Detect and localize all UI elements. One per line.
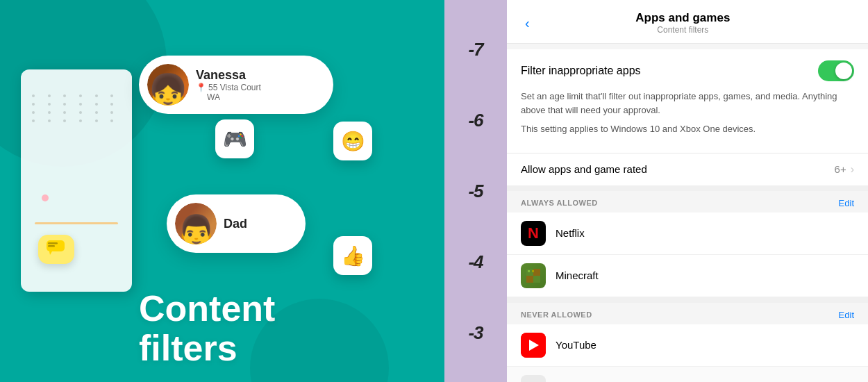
svg-rect-1 bbox=[48, 242, 58, 244]
filter-row: Filter inappropriate apps bbox=[521, 60, 854, 90]
youtube-item: YouTube bbox=[507, 324, 868, 367]
rating-row[interactable]: Allow apps and game rated 6+ › bbox=[507, 153, 868, 185]
svg-rect-2 bbox=[48, 245, 55, 247]
chevron-right-icon: › bbox=[851, 163, 854, 176]
ruler-mark-5: -5 bbox=[468, 181, 483, 202]
rating-label: Allow apps and game rated bbox=[521, 163, 647, 175]
minecraft-emoji-tile: 🎮 bbox=[215, 119, 254, 158]
dad-name: Dad bbox=[224, 217, 292, 231]
netflix-item: N Netflix bbox=[507, 213, 868, 255]
dad-avatar: 👨 bbox=[175, 203, 217, 244]
minecraft-name: Minecraft bbox=[556, 269, 599, 281]
netflix-icon: N bbox=[521, 221, 546, 246]
ruler-mark-7: -7 bbox=[468, 39, 483, 60]
netflix-name: Netflix bbox=[556, 227, 585, 239]
always-allowed-label: ALWAYS ALLOWED bbox=[521, 199, 598, 207]
filter-section: Filter inappropriate apps Set an age lim… bbox=[507, 49, 868, 153]
filter-description-2: This setting applies to Windows 10 and X… bbox=[521, 122, 854, 136]
profile-info: Vanessa 📍 55 Vista Court WA bbox=[196, 68, 319, 102]
ruler-panel: -7 -6 -5 -4 -3 bbox=[444, 0, 507, 382]
profile-state: WA bbox=[207, 92, 319, 102]
ruler-mark-6: -6 bbox=[468, 110, 483, 131]
divider-1 bbox=[507, 185, 868, 191]
divider-2 bbox=[507, 297, 868, 303]
header-text: Apps and games Content filters bbox=[542, 11, 824, 35]
dad-profile-info: Dad bbox=[224, 217, 292, 231]
ruler-mark-3: -3 bbox=[468, 322, 483, 344]
content-filters-heading: Content filters bbox=[139, 289, 275, 368]
thumbsup-emoji-tile: 👍 bbox=[333, 236, 372, 275]
extra-app-item bbox=[507, 367, 868, 383]
chat-bubble-icon bbox=[38, 235, 74, 264]
minecraft-item: Minecraft bbox=[507, 255, 868, 297]
header-title: Apps and games bbox=[542, 11, 824, 25]
always-allowed-header: ALWAYS ALLOWED Edit bbox=[507, 191, 868, 213]
filter-label: Filter inappropriate apps bbox=[521, 65, 641, 77]
filter-description-1: Set an age limit that'll filter out inap… bbox=[521, 90, 854, 117]
dot-grid bbox=[21, 83, 132, 133]
always-allowed-edit-button[interactable]: Edit bbox=[839, 198, 854, 208]
paper-card bbox=[21, 69, 132, 292]
youtube-name: YouTube bbox=[556, 339, 596, 351]
rating-number: 6+ bbox=[835, 163, 846, 175]
right-panel: ‹ Apps and games Content filters Filter … bbox=[507, 0, 868, 382]
svg-rect-9 bbox=[532, 270, 534, 272]
extra-app-icon bbox=[521, 375, 546, 383]
profile-address: 📍 55 Vista Court bbox=[196, 83, 319, 92]
vanessa-profile-card: 👧 Vanessa 📍 55 Vista Court WA bbox=[139, 56, 333, 114]
minecraft-icon bbox=[521, 263, 546, 288]
never-allowed-edit-button[interactable]: Edit bbox=[839, 310, 854, 320]
panel-header: ‹ Apps and games Content filters bbox=[507, 0, 868, 44]
svg-marker-3 bbox=[49, 251, 52, 255]
filter-toggle[interactable] bbox=[818, 60, 854, 81]
profile-name: Vanessa bbox=[196, 68, 319, 83]
header-subtitle: Content filters bbox=[542, 25, 824, 35]
youtube-icon bbox=[521, 333, 546, 358]
avatar: 👧 bbox=[147, 64, 189, 106]
svg-rect-8 bbox=[528, 270, 530, 272]
left-panel: 👧 Vanessa 📍 55 Vista Court WA 🎮 😁 👨 Dad bbox=[0, 0, 444, 382]
dad-profile-card: 👨 Dad bbox=[167, 194, 306, 253]
svg-rect-7 bbox=[533, 276, 540, 283]
grin-emoji-tile: 😁 bbox=[333, 122, 372, 160]
back-button[interactable]: ‹ bbox=[521, 14, 534, 33]
ruler-mark-4: -4 bbox=[468, 251, 483, 273]
svg-rect-6 bbox=[526, 276, 533, 283]
never-allowed-header: NEVER ALLOWED Edit bbox=[507, 303, 868, 324]
never-allowed-label: NEVER ALLOWED bbox=[521, 310, 592, 319]
rating-value: 6+ › bbox=[835, 163, 854, 176]
svg-rect-5 bbox=[533, 269, 540, 276]
